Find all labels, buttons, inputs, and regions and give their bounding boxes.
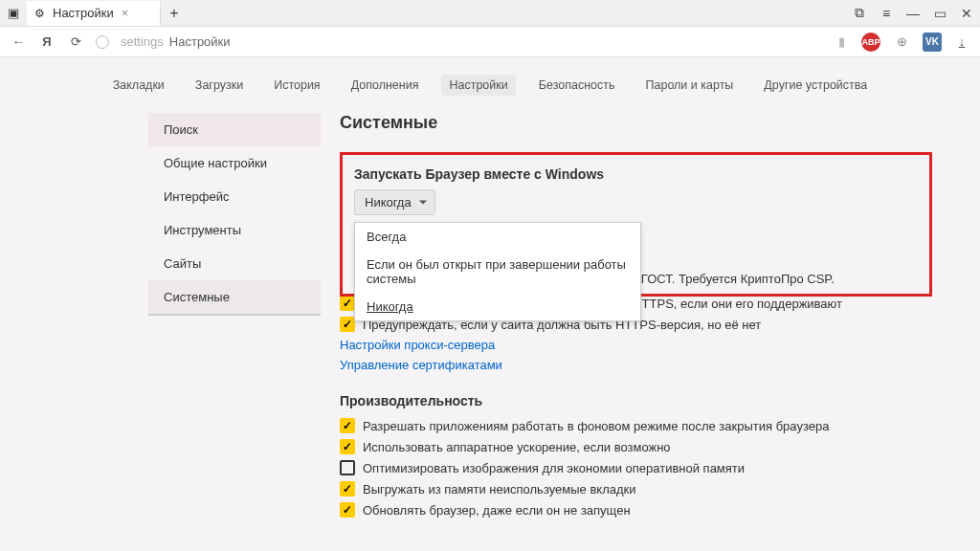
sidebar-item[interactable]: Общие настройки [148,146,321,180]
titlebar: ▣ ⚙ Настройки × + ⧉ ≡ — ▭ ✕ [0,0,980,27]
menu-icon[interactable]: ≡ [873,0,900,27]
checkbox[interactable] [340,296,355,311]
settings-sidebar: ПоискОбщие настройкиИнтерфейсИнструменты… [148,113,321,523]
close-icon[interactable]: × [122,6,129,20]
startup-dropdown: Никогда ВсегдаЕсли он был открыт при зав… [354,189,435,215]
sidebar-item[interactable]: Системные [148,280,321,316]
address-bar: ← Я ⟳ settings Настройки ▮ ABP ⊕ VK ↓ [0,27,980,57]
topnav-item[interactable]: Загрузки [188,75,251,96]
tab-title: Настройки [53,6,114,20]
setting-label: Выгружать из памяти неиспользуемые вклад… [363,482,636,496]
setting-row: Разрешать приложениям работать в фоновом… [340,418,932,433]
startup-highlight-box: Запускать Браузер вместе с Windows Никог… [340,152,932,297]
setting-label: Разрешать приложениям работать в фоновом… [363,419,829,433]
checkbox[interactable] [340,460,355,475]
settings-link[interactable]: Управление сертификатами [340,358,932,372]
startup-dropdown-menu: ВсегдаЕсли он был открыт при завершении … [354,222,641,321]
setting-row: Использовать аппаратное ускорение, если … [340,439,932,454]
sidebar-item[interactable]: Поиск [148,113,321,146]
setting-label: Обновлять браузер, даже если он не запущ… [363,503,631,518]
yandex-icon[interactable]: Я [38,33,56,51]
sidebar-item[interactable]: Интерфейс [148,180,321,213]
download-icon[interactable]: ↓ [953,33,970,51]
close-window-icon[interactable]: ✕ [953,0,980,27]
bookmark-icon[interactable]: ▮ [833,33,850,51]
browser-tab[interactable]: ⚙ Настройки × [27,1,161,26]
setting-label: Использовать аппаратное ускорение, если … [363,440,671,454]
page-title: Системные [340,113,932,133]
topnav-item[interactable]: Настройки [441,75,515,96]
url-display[interactable]: settings Настройки [121,34,231,49]
new-tab-button[interactable]: + [161,5,188,22]
topnav-item[interactable]: Дополнения [344,75,427,96]
site-info-icon[interactable] [96,35,109,49]
setting-row: Выгружать из памяти неиспользуемые вклад… [340,481,932,496]
sidebar-item[interactable]: Инструменты [148,213,321,247]
settings-link[interactable]: Настройки прокси-сервера [340,338,932,352]
copy-icon[interactable]: ⧉ [846,0,873,27]
content: ЗакладкиЗагрузкиИсторияДополненияНастрой… [0,57,980,523]
dropdown-option[interactable]: Никогда [355,293,640,320]
setting-label: Оптимизировать изображения для экономии … [363,461,745,475]
panel-icon[interactable]: ▣ [0,6,27,20]
startup-heading: Запускать Браузер вместе с Windows [354,166,918,182]
settings-topnav: ЗакладкиЗагрузкиИсторияДополненияНастрой… [0,57,980,113]
abp-icon[interactable]: ABP [861,33,880,52]
topnav-item[interactable]: Безопасность [531,75,623,96]
performance-heading: Производительность [340,393,932,408]
topnav-item[interactable]: Закладки [105,75,172,96]
globe-icon[interactable]: ⊕ [892,33,911,52]
dropdown-option[interactable]: Если он был открыт при завершении работы… [355,251,640,293]
dropdown-option[interactable]: Всегда [355,223,640,251]
setting-row: Оптимизировать изображения для экономии … [340,460,932,475]
gear-icon: ⚙ [34,7,45,20]
back-icon[interactable]: ← [10,33,27,51]
maximize-icon[interactable]: ▭ [926,0,953,27]
topnav-item[interactable]: Другие устройства [756,75,875,96]
topnav-item[interactable]: История [266,75,327,96]
checkbox[interactable] [340,481,355,496]
startup-dropdown-button[interactable]: Никогда [354,189,435,215]
checkbox[interactable] [340,418,355,433]
sidebar-item[interactable]: Сайты [148,247,321,280]
settings-page: Системные Запускать Браузер вместе с Win… [321,113,951,523]
minimize-icon[interactable]: — [900,0,926,27]
reload-icon[interactable]: ⟳ [67,33,84,51]
setting-row: Обновлять браузер, даже если он не запущ… [340,502,932,518]
checkbox[interactable] [340,439,355,454]
vk-icon[interactable]: VK [923,33,942,52]
checkbox[interactable] [340,317,355,332]
checkbox[interactable] [340,502,355,518]
topnav-item[interactable]: Пароли и карты [638,75,742,96]
